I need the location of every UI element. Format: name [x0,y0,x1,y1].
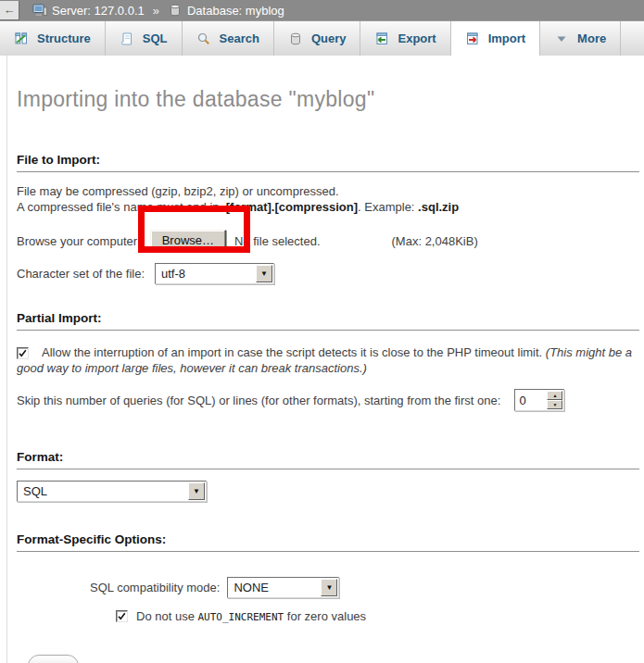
format-selected-value: SQL [18,484,187,498]
sql-compat-select[interactable]: NONE ▼ [227,577,339,598]
query-icon [288,31,303,46]
tab-label: Query [311,31,347,45]
no-file-selected-text: No file selected. [234,234,321,248]
tab-export[interactable]: Export [360,21,450,56]
browse-label: Browse your computer: [17,234,141,248]
skip-queries-label: Skip this number of queries (for SQL) or… [17,394,500,407]
structure-icon [14,31,29,46]
stepper-down-icon[interactable]: ▼ [547,400,562,409]
breadcrumb-server[interactable]: Server: 127.0.0.1 [52,4,145,18]
tab-label: Export [398,31,436,45]
charset-row: Character set of the file: utf-8 ▼ [17,262,639,284]
autoinc-label: Do not use AUTO_INCREMENT for zero value… [136,609,366,623]
format-select[interactable]: SQL ▼ [17,481,207,502]
main-content: Importing into the database "myblog" Fil… [0,87,644,663]
filename-example: .sql.zip [418,200,459,214]
go-button[interactable]: Go [28,655,79,663]
tab-import[interactable]: Import [451,21,540,56]
compression-note-line1: File may be compressed (gzip, bzip2, zip… [17,184,339,198]
browse-button[interactable]: Browse… [150,230,226,252]
filename-note-prefix: A compressed file's name must end in [17,200,222,214]
tab-sql[interactable]: SQL [106,21,183,56]
server-icon [32,3,47,18]
tab-structure[interactable]: Structure [0,21,106,56]
back-arrow-icon: ← [4,3,16,17]
browse-row: Browse your computer: Browse… No file se… [17,229,639,253]
dropdown-arrow-icon: ▼ [256,265,272,282]
tab-query[interactable]: Query [274,21,361,56]
max-size-text: (Max: 2,048KiB) [392,234,478,248]
dropdown-arrow-icon: ▼ [321,579,337,596]
autoinc-label-prefix: Do not use [136,609,198,623]
skip-queries-input[interactable] [515,390,546,410]
compression-note: File may be compressed (gzip, bzip2, zip… [17,183,639,215]
skip-queries-row: Skip this number of queries (for SQL) or… [17,388,639,412]
import-icon [465,31,480,46]
checkmark-icon [18,348,28,358]
allow-interrupt-checkbox[interactable] [17,347,29,359]
section-partial-import: Partial Import: Allow the interruption o… [17,311,639,412]
back-button[interactable]: ← [0,1,19,20]
section-heading: Format-Specific Options: [17,532,639,552]
section-format-specific: Format-Specific Options: SQL compatibili… [17,532,639,624]
tab-label: More [577,31,606,45]
filename-pattern: .[format].[compression] [222,200,358,214]
dropdown-arrow-icon: ▼ [188,482,205,500]
tab-search[interactable]: Search [183,21,274,56]
database-icon [168,3,183,18]
sql-icon [120,31,134,46]
charset-label: Character set of the file: [17,267,145,281]
interrupt-text: Allow the interruption of an import in c… [42,345,546,359]
autoinc-label-suffix: for zero values [284,609,366,623]
tab-label: Import [488,31,525,45]
sql-compat-label: SQL compatibility mode: [90,581,220,594]
breadcrumb-separator: » [153,4,159,18]
autoinc-row: Do not use AUTO_INCREMENT for zero value… [116,607,639,624]
autoinc-code: AUTO_INCREMENT [198,611,284,623]
section-heading: File to Import: [17,153,639,172]
breadcrumb-bar: ← Server: 127.0.0.1 » Database: myblog [0,0,644,20]
tab-label: Structure [37,31,91,45]
filename-note-mid: . Example: [358,200,418,214]
go-row: Go [28,655,639,663]
tab-label: SQL [143,31,168,45]
interrupt-option: Allow the interruption of an import in c… [17,344,636,376]
phpmyadmin-import-page: ← Server: 127.0.0.1 » Database: myblog [0,0,644,663]
page-title: Importing into the database "myblog" [17,87,639,112]
section-format: Format: SQL ▼ [17,450,639,502]
export-icon [374,31,389,46]
charset-selected-value: utf-8 [156,267,255,281]
stepper-buttons: ▲ ▼ [547,391,562,409]
sql-compat-selected-value: NONE [228,581,320,594]
breadcrumb-database[interactable]: Database: myblog [187,4,284,18]
tab-label: Search [220,31,259,45]
section-heading: Partial Import: [17,311,639,331]
search-icon [196,31,211,46]
sql-compat-row: SQL compatibility mode: NONE ▼ [90,576,639,599]
breadcrumb: Server: 127.0.0.1 » Database: myblog [32,3,284,18]
skip-queries-stepper: ▲ ▼ [514,389,564,411]
chevron-down-icon [554,31,569,46]
tab-more[interactable]: More [540,21,621,56]
autoinc-checkbox[interactable] [116,610,128,622]
stepper-up-icon[interactable]: ▲ [547,391,562,400]
content-left-border [6,56,7,663]
tab-bar: Structure SQL Search Query [0,20,644,56]
checkmark-icon [117,611,127,621]
section-file-to-import: File to Import: File may be compressed (… [17,153,639,284]
section-heading: Format: [17,450,639,469]
charset-select[interactable]: utf-8 ▼ [155,263,274,284]
